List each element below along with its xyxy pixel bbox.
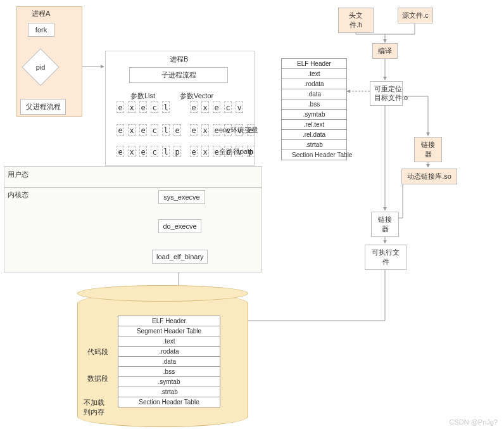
kernelspace-band: [4, 188, 262, 272]
exec-cell: e: [190, 124, 198, 136]
elf-row: .symtab: [118, 377, 220, 387]
elf-row: .bss: [118, 367, 220, 377]
exec-cell: x: [128, 101, 135, 113]
elf-row: .text: [118, 336, 220, 347]
elf-row: .rel.data: [282, 130, 346, 140]
do-execve-node: do_execve: [158, 219, 201, 233]
exec-cell: e: [213, 101, 220, 113]
sys-execve-node: sys_execve: [158, 190, 205, 204]
elf-row: .strtab: [118, 387, 220, 397]
elf-row: .rodata: [282, 79, 346, 89]
col-list-label: 参数List: [130, 91, 155, 101]
exec-cell: e: [213, 146, 220, 157]
exec-cell: e: [173, 124, 181, 136]
exec-cell: x: [201, 146, 209, 157]
linker-node: 链接器: [414, 137, 442, 162]
relocatable-node: 可重定位 目标文件.o: [370, 81, 403, 106]
fork-node: fork: [28, 23, 54, 37]
exec-row-1: execleexecve: [117, 124, 255, 136]
group-code: 代码段: [87, 347, 108, 357]
source-file-node: 源文件.c: [398, 8, 433, 23]
elf-row: Section Header Table: [118, 397, 220, 407]
group-noload: 不加载 到内存: [84, 398, 104, 417]
pid-label: pid: [36, 63, 46, 71]
exec-cell: e: [247, 124, 255, 136]
elf-row: .bss: [282, 99, 346, 110]
elf-row: .symtab: [282, 110, 346, 120]
exec-cell: v: [236, 146, 243, 157]
exec-cell: p: [173, 146, 181, 157]
elf-row: .rel.text: [282, 120, 346, 130]
exec-cell: c: [224, 124, 232, 136]
exec-cell: e: [190, 101, 198, 113]
exec-cell: c: [151, 101, 158, 113]
exec-cell: e: [190, 146, 198, 157]
elf-row: .rodata: [118, 347, 220, 357]
exec-cell: e: [117, 124, 124, 136]
exec-cell: e: [139, 146, 147, 157]
elf-row: ELF Header: [282, 59, 346, 69]
elf-row: ELF Header: [118, 316, 220, 326]
exec-cell: l: [162, 124, 170, 136]
exec-cell: l: [162, 101, 170, 113]
userspace-label: 用户态: [8, 170, 28, 179]
child-flow-node: 子进程流程: [129, 67, 228, 83]
exec-cell: e: [117, 101, 124, 113]
group-data: 数据段: [87, 374, 108, 383]
exec-cell: v: [236, 124, 243, 136]
exec-cell: e: [117, 146, 124, 157]
exec-cell: v: [236, 101, 243, 113]
elf-row: .data: [118, 357, 220, 367]
compile-node: 编译: [372, 43, 398, 59]
col-vector-label: 参数Vector: [180, 91, 213, 101]
userspace-band: [4, 166, 262, 188]
exec-row-0: execlexecv: [117, 101, 255, 113]
exec-cell: x: [128, 146, 135, 157]
watermark: CSDN @PnJg?: [449, 418, 498, 426]
load-elf-node: load_elf_binary: [152, 250, 208, 264]
parent-flow-node: 父进程流程: [20, 99, 66, 115]
exec-cell: l: [162, 146, 170, 157]
exec-cell: [173, 101, 181, 113]
exec-cell: p: [247, 146, 255, 157]
exec-row-2: execlpexecvp: [117, 146, 255, 157]
elf-row: .text: [282, 69, 346, 79]
elf-exe-table: ELF HeaderSegment Header Table.text.roda…: [118, 316, 220, 407]
exec-cell: c: [224, 101, 232, 113]
exec-cell: e: [213, 124, 220, 136]
exec-cell: x: [201, 124, 209, 136]
linker2-node: 链接器: [371, 212, 399, 237]
exec-cell: c: [224, 146, 232, 157]
header-file-node: 头文件.h: [338, 8, 374, 33]
exec-cell: x: [201, 101, 209, 113]
kernelspace-label: 内核态: [8, 190, 28, 200]
exec-cell: x: [128, 124, 135, 136]
exec-cell: c: [151, 146, 158, 157]
elf-row: .data: [282, 89, 346, 99]
exec-cell: [247, 101, 255, 113]
elf-row: Section Header Table: [282, 150, 346, 160]
elf-row: .strtab: [282, 140, 346, 150]
process-a-title: 进程A: [32, 9, 50, 18]
elf-obj-table: ELF Header.text.rodata.data.bss.symtab.r…: [281, 58, 347, 160]
elf-row: Segment Header Table: [118, 326, 220, 336]
process-b-title: 进程B: [170, 54, 188, 64]
exec-cell: e: [139, 101, 147, 113]
exec-cell: c: [151, 124, 158, 136]
exec-cell: e: [139, 124, 147, 136]
exe-node: 可执行文件: [365, 245, 406, 270]
dynlib-node: 动态链接库.so: [401, 169, 457, 184]
